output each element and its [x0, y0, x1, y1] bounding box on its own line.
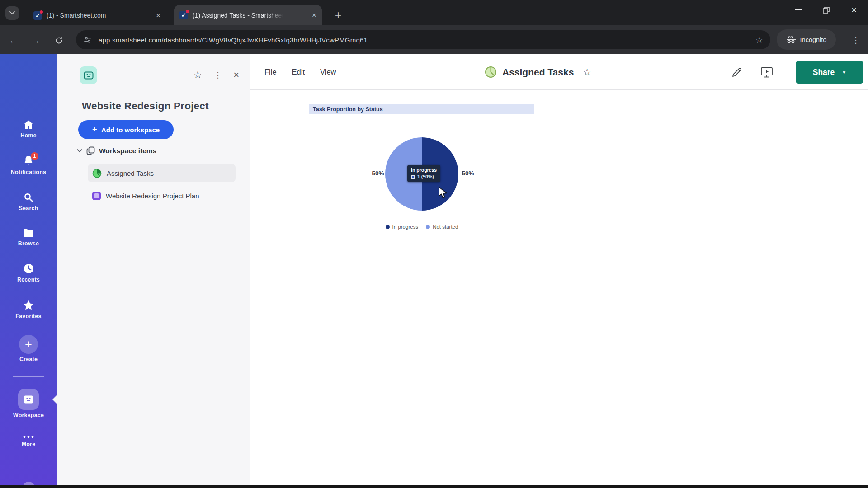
- sidebar-item-search[interactable]: Search: [0, 192, 57, 211]
- present-button[interactable]: [759, 64, 775, 80]
- more-options-icon[interactable]: ⋮: [214, 70, 222, 80]
- home-icon: [23, 119, 34, 130]
- dashboard-main: File Edit View Assigned Tasks ☆ Share ▼: [250, 54, 868, 485]
- notification-badge: 1: [31, 152, 38, 160]
- plus-icon: +: [19, 335, 38, 354]
- tooltip-title: In progress: [411, 167, 437, 173]
- site-info-icon[interactable]: [83, 36, 92, 44]
- present-screen-icon: [760, 66, 773, 78]
- legend-dot-not-started: [426, 225, 430, 229]
- edit-dashboard-button[interactable]: [729, 64, 745, 80]
- dashboard-header: File Edit View Assigned Tasks ☆ Share ▼: [250, 54, 868, 90]
- back-button[interactable]: ←: [6, 33, 21, 48]
- tooltip-value: 1 (50%): [417, 174, 434, 179]
- sidebar-item-notifications[interactable]: 1 Notifications: [0, 155, 57, 175]
- incognito-label: Incognito: [800, 36, 827, 43]
- workspace-icon: [23, 395, 34, 404]
- sidebar-item-favorites[interactable]: Favorites: [0, 300, 57, 319]
- tab-search-button[interactable]: [5, 6, 19, 20]
- browser-menu-button[interactable]: ⋮: [848, 33, 863, 48]
- caret-down-icon: ▼: [842, 70, 846, 75]
- legend-item-in-progress[interactable]: In progress: [386, 224, 419, 230]
- url-text: app.smartsheet.com/dashboards/CfWgV8vQhj…: [99, 36, 368, 44]
- workspace-title: Website Redesign Project: [82, 100, 209, 112]
- maximize-button[interactable]: [812, 0, 840, 20]
- sidebar-item-create[interactable]: + Create: [0, 335, 57, 362]
- tab-title: (1) Assigned Tasks - Smartsheet: [193, 12, 283, 19]
- sidebar-item-home[interactable]: Home: [0, 119, 57, 139]
- restore-icon: [823, 7, 830, 14]
- chart-tooltip: In progress 1 (50%): [407, 165, 440, 182]
- page-title: Assigned Tasks: [502, 67, 574, 78]
- star-icon: [23, 300, 34, 311]
- tab-title: (1) - Smartsheet.com: [47, 12, 106, 19]
- chart-widget-titlebar[interactable]: Task Proportion by Status: [309, 104, 534, 114]
- smartsheet-dashboard-screen: ✓ (1) - Smartsheet.com × ✓ (1) Assigned …: [0, 0, 868, 488]
- panel-item-label: Website Redesign Project Plan: [106, 192, 199, 200]
- chart-title: Task Proportion by Status: [313, 106, 383, 113]
- chevron-down-icon[interactable]: [77, 149, 82, 153]
- legend-item-not-started[interactable]: Not started: [426, 224, 458, 230]
- tooltip-swatch: [411, 175, 415, 179]
- clock-icon: [23, 263, 34, 274]
- pencil-icon: [731, 67, 742, 78]
- sidebar-item-workspace[interactable]: Workspace: [0, 389, 57, 418]
- menu-view[interactable]: View: [320, 68, 336, 76]
- rail-divider: [13, 376, 44, 377]
- menu-edit[interactable]: Edit: [292, 68, 305, 76]
- window-controls: ×: [784, 0, 868, 23]
- favorite-star-icon[interactable]: ☆: [583, 67, 591, 78]
- add-to-workspace-button[interactable]: + Add to workspace: [78, 120, 174, 139]
- plus-icon: +: [92, 125, 97, 135]
- panel-item-assigned-tasks[interactable]: Assigned Tasks: [88, 164, 236, 182]
- minimize-button[interactable]: [784, 0, 812, 20]
- mouse-cursor: [438, 187, 450, 202]
- legend-dot-in-progress: [386, 225, 390, 229]
- dashboard-pie-icon: [485, 66, 497, 78]
- tab-close-icon[interactable]: ×: [312, 11, 316, 19]
- incognito-icon: [786, 36, 796, 43]
- ellipsis-icon: [23, 435, 34, 439]
- workspace-chip: [80, 66, 97, 84]
- close-panel-icon[interactable]: ×: [233, 69, 239, 81]
- reload-button[interactable]: [51, 33, 66, 48]
- bookmark-star-icon[interactable]: ☆: [755, 35, 763, 45]
- pie-green-icon: [92, 169, 102, 178]
- panel-item-label: Assigned Tasks: [107, 169, 154, 177]
- legend-label: Not started: [433, 224, 458, 230]
- panel-item-project-plan[interactable]: Website Redesign Project Plan: [88, 187, 236, 205]
- search-icon: [23, 192, 34, 203]
- menu-file[interactable]: File: [264, 68, 277, 76]
- sheet-purple-icon: [92, 192, 101, 200]
- workspace-items-section[interactable]: Workspace items: [77, 146, 156, 155]
- incognito-badge: Incognito: [777, 29, 836, 50]
- sidebar-item-more[interactable]: More: [0, 435, 57, 447]
- reload-icon: [55, 36, 63, 45]
- pages-icon: [86, 146, 95, 155]
- close-window-button[interactable]: ×: [840, 0, 868, 20]
- section-label: Workspace items: [99, 147, 156, 155]
- browser-tab-2-active[interactable]: ✓ (1) Assigned Tasks - Smartsheet ×: [174, 5, 322, 25]
- folder-icon: [23, 228, 34, 238]
- forward-button[interactable]: →: [28, 33, 43, 48]
- smartsheet-favicon: ✓: [179, 11, 188, 19]
- legend-label: In progress: [392, 224, 419, 230]
- sidebar-item-recents[interactable]: Recents: [0, 263, 57, 283]
- tab-close-icon[interactable]: ×: [156, 12, 160, 19]
- pie-slice-label-left: 50%: [367, 170, 389, 177]
- pie-slice-label-right: 50%: [457, 170, 479, 177]
- minimize-icon: [795, 9, 802, 10]
- workspace-icon: [84, 71, 94, 80]
- taskbar-edge: [0, 485, 868, 488]
- left-nav-rail: Home 1 Notifications Search Browse Recen…: [0, 54, 57, 485]
- browser-tab-1[interactable]: ✓ (1) - Smartsheet.com ×: [28, 5, 166, 25]
- chevron-down-icon: [9, 11, 15, 15]
- favorite-star-icon[interactable]: ☆: [193, 69, 202, 81]
- smartsheet-favicon: ✓: [33, 11, 42, 20]
- share-button[interactable]: Share ▼: [796, 61, 863, 84]
- workspace-panel: ☆ ⋮ × Website Redesign Project + Add to …: [57, 54, 250, 485]
- address-bar[interactable]: app.smartsheet.com/dashboards/CfWgV8vQhj…: [76, 30, 770, 49]
- sidebar-item-browse[interactable]: Browse: [0, 228, 57, 247]
- new-tab-button[interactable]: +: [330, 6, 346, 24]
- chart-legend: In progress Not started: [309, 224, 535, 230]
